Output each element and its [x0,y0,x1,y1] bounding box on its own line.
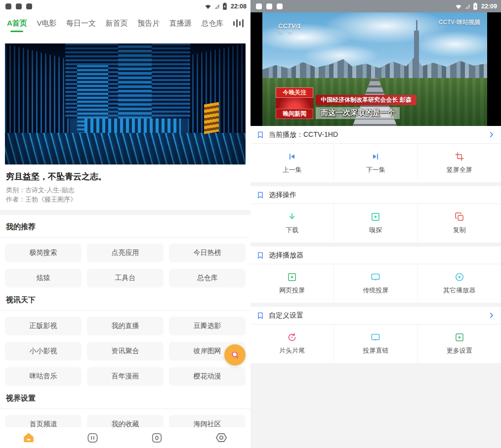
watermark-text: CCTV·咪咕视频 [439,18,481,27]
section-divider [0,210,250,215]
player-screen: 22:09 CCTV/1 综 合 CCTV·咪咕视频 今晚关注 [250,0,501,448]
cast-display-icon [371,272,380,282]
action-label: 投屏直链 [363,346,388,355]
shortcut-grid: 正版影视 我的直播 豆瓣选影 小小影视 资讯聚合 彼岸图网 咪咕音乐 百年漫画 … [0,311,250,386]
notification-square-icon [266,3,272,9]
equalizer-icon[interactable] [233,19,244,28]
shortcut-button[interactable]: 今日热榜 [169,244,246,262]
action-row: 网页投屏 传统投屏 其它播放器 [250,264,501,303]
shortcut-grid: 极简搜索 点亮应用 今日热榜 炫猿 工具台 总仓库 [0,238,250,288]
shortcut-button[interactable]: 咪咕音乐 [5,367,82,386]
tab-movies[interactable]: V电影 [37,19,56,28]
shortcut-button[interactable]: 点亮应用 [87,244,164,262]
traditional-cast-button[interactable]: 传统投屏 [334,264,417,303]
shortcut-button[interactable]: 炫猿 [5,269,82,287]
banner-subtitle: 而这一次采取的是一个 [316,107,400,119]
shortcut-button[interactable]: 资讯聚合 [87,342,164,361]
shortcut-button[interactable]: 樱花动漫 [169,367,246,386]
now-playing-label: 当前播放：CCTV-1HD [269,130,338,139]
crop-icon [455,152,464,162]
action-label: 下一集 [366,165,385,174]
tab-trailers[interactable]: 预告片 [137,19,160,28]
bottom-nav-bar [0,427,250,448]
banner-tag: 今晚关注 [276,87,313,98]
bookmark-icon [256,312,264,320]
nav-pause-button[interactable] [86,431,99,445]
download-button[interactable]: 下载 [250,204,334,243]
custom-settings-row[interactable]: 自定义设置 [250,307,501,325]
intro-outro-button[interactable]: 片头片尾 [250,325,334,363]
bookmark-icon [256,191,264,199]
copy-button[interactable]: 复制 [418,204,501,243]
shortcut-button[interactable]: 总仓库 [169,269,246,287]
hero-image-anechoic-chamber[interactable] [5,43,246,164]
now-playing-row[interactable]: 当前播放：CCTV-1HD [250,126,501,144]
action-label: 其它播放器 [443,286,475,295]
action-label: 复制 [453,226,466,235]
section-title-video-world: 视讯天下 [0,288,250,311]
section-header-label: 选择播放器 [269,251,303,260]
action-label: 更多设置 [447,346,472,355]
tab-warehouse[interactable]: 总仓库 [201,19,223,28]
clock-time: 22:09 [481,3,497,10]
previous-episode-button[interactable]: 上一集 [250,144,334,182]
video-player[interactable]: CCTV/1 综 合 CCTV·咪咕视频 今晚关注 晚间新闻 中国经济体制改革研… [250,12,501,126]
action-label: 上一集 [283,165,302,174]
other-players-button[interactable]: 其它播放器 [418,264,501,303]
refresh-clock-icon [287,332,297,342]
shortcut-button[interactable]: 正版影视 [5,317,82,335]
pause-icon [86,432,99,444]
tab-daily-article[interactable]: 每日一文 [66,19,96,28]
banner-headline: 中国经济体制改革研究会会长 彭森 [316,95,416,105]
channel-logo: CCTV/1 综 合 [278,23,301,35]
cellular-signal-icon [464,3,471,10]
notification-square-icon [26,3,32,9]
play-square-icon [455,332,464,342]
banner-globe-graphic [276,98,313,109]
section-header-label: 自定义设置 [269,311,303,320]
nav-home-button[interactable] [22,431,35,445]
play-circle-icon [455,272,464,282]
wifi-icon [455,3,462,10]
action-label: 嗅探 [369,226,382,235]
download-icon [287,212,297,222]
news-banner: 今晚关注 晚间新闻 中国经济体制改革研究会会长 彭森 而这一次采取的是一个 [276,87,416,119]
notification-square-icon [277,3,283,9]
shortcut-button[interactable]: 百年漫画 [87,367,164,386]
portrait-fullscreen-button[interactable]: 竖屏全屏 [418,144,501,182]
section-title-recommend: 我的推荐 [0,215,250,238]
action-row: 片头片尾 投屏直链 更多设置 [250,325,501,363]
tab-home[interactable]: A首页 [7,19,27,28]
search-fab-button[interactable] [224,344,246,366]
nav-settings-button[interactable] [214,431,228,445]
more-settings-button[interactable]: 更多设置 [418,325,501,363]
banner-program: 晚间新闻 [276,109,313,119]
quote-category: 类别：古诗文-人生-励志 [6,186,245,195]
notification-square-icon [16,3,22,9]
clock-time: 22:08 [231,3,247,10]
gear-icon [215,431,228,444]
chevron-right-icon [488,312,495,319]
action-label: 竖屏全屏 [447,165,472,174]
status-bar: 22:09 [250,0,501,12]
top-tab-bar: A首页 V电影 每日一文 新首页 预告片 直播源 总仓库 [0,12,250,34]
play-square-icon [287,272,297,282]
next-episode-button[interactable]: 下一集 [334,144,417,182]
sniff-button[interactable]: 嗅探 [334,204,417,243]
section-header-operations: 选择操作 [250,186,501,204]
wifi-icon [205,3,211,10]
tab-live-sources[interactable]: 直播源 [169,19,192,28]
tab-new-home[interactable]: 新首页 [106,19,128,28]
web-cast-button[interactable]: 网页投屏 [250,264,334,303]
action-row: 上一集 下一集 竖屏全屏 [250,144,501,182]
copy-icon [455,212,464,222]
cellular-signal-icon [213,3,220,10]
shortcut-button[interactable]: 豆瓣选影 [169,317,246,335]
battery-charging-icon [473,2,478,10]
shortcut-button[interactable]: 工具台 [87,269,164,287]
shortcut-button[interactable]: 我的直播 [87,317,164,335]
shortcut-button[interactable]: 小小影视 [5,342,82,361]
nav-downloads-button[interactable] [150,431,164,445]
shortcut-button[interactable]: 极简搜索 [5,244,82,262]
cast-link-button[interactable]: 投屏直链 [334,325,417,363]
